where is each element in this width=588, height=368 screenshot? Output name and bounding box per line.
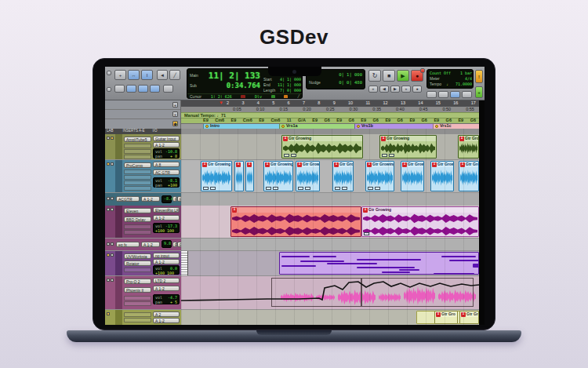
midi-note[interactable] bbox=[281, 265, 316, 267]
trim-tool-button[interactable]: ↔ bbox=[128, 70, 140, 80]
output-selector[interactable]: A 1-2 bbox=[141, 242, 160, 247]
lane-acgtr[interactable]: 1Gtr Growing 1 1 1Gt bbox=[181, 160, 479, 192]
mute-button[interactable] bbox=[111, 208, 114, 211]
midi-note[interactable] bbox=[473, 264, 479, 268]
insert-button[interactable]: Phoenix II bbox=[124, 287, 151, 293]
delay-compensation-label[interactable]: Dly bbox=[255, 95, 262, 99]
audio-clip[interactable]: 1Gtr Growing bbox=[365, 161, 394, 191]
stop-button[interactable]: ■ bbox=[383, 70, 395, 82]
midi-note[interactable] bbox=[441, 256, 476, 257]
insert-slot[interactable] bbox=[124, 180, 151, 185]
insert-slot[interactable] bbox=[124, 318, 151, 322]
timeline-insertion-icon[interactable] bbox=[241, 95, 245, 99]
input-selector[interactable]: A 2 bbox=[153, 312, 180, 317]
audio-clip[interactable]: 1 bbox=[234, 161, 244, 191]
talkback-button[interactable] bbox=[462, 91, 472, 98]
nudge-value[interactable]: 0| 0| 480 bbox=[339, 81, 362, 86]
window-edge-button[interactable] bbox=[107, 71, 111, 75]
loop-playback-button[interactable]: ↻ bbox=[368, 70, 381, 82]
insert-slot[interactable] bbox=[124, 230, 151, 235]
solo-button[interactable] bbox=[111, 162, 114, 166]
insert-slot[interactable] bbox=[124, 149, 151, 154]
add-ruler-button[interactable]: + bbox=[172, 102, 178, 107]
fade-handles[interactable] bbox=[382, 154, 394, 157]
input-selector[interactable]: A 8 bbox=[153, 162, 180, 167]
midi-note[interactable] bbox=[357, 259, 421, 261]
midi-note[interactable] bbox=[281, 256, 310, 257]
selection-end-value[interactable]: 11| 1| 000 bbox=[278, 83, 301, 87]
fade-handles[interactable] bbox=[203, 187, 216, 190]
track-header-bottom[interactable]: A 2 A 1-2 bbox=[105, 310, 181, 325]
solo-button[interactable] bbox=[107, 208, 110, 211]
lane-bottom[interactable]: 1Gtr Gro 1Gtr Growing bbox=[181, 310, 479, 325]
fade-handles[interactable] bbox=[368, 187, 380, 190]
grabber-tool-button[interactable]: ◄ bbox=[157, 70, 168, 80]
play-button[interactable]: ▶ bbox=[397, 70, 409, 82]
sub-counter-value[interactable]: 0:34.764 bbox=[227, 82, 260, 89]
output-selector[interactable]: A 1-2 bbox=[153, 142, 180, 148]
add-tempo-event-button[interactable]: + bbox=[172, 111, 178, 117]
output-selector[interactable]: A 1-2 bbox=[153, 215, 180, 220]
count-off-label[interactable]: Count Off bbox=[430, 71, 451, 75]
track-header-guitar[interactable]: AmpliTube5 Guitar Input A 1-2 vol-10.8 p… bbox=[105, 134, 181, 159]
audio-clip[interactable]: 1Gtr Growing bbox=[459, 161, 479, 191]
record-arm-button[interactable] bbox=[107, 253, 110, 257]
zoom-toggle-button[interactable] bbox=[114, 85, 125, 93]
insert-slot[interactable] bbox=[124, 169, 151, 174]
audio-clip[interactable]: 1 bbox=[245, 161, 254, 191]
record-arm-button[interactable] bbox=[111, 137, 114, 140]
lane-acgtr-print[interactable] bbox=[181, 193, 479, 206]
mute-button[interactable] bbox=[111, 242, 114, 246]
insert-slot[interactable] bbox=[124, 268, 151, 272]
track-header-vox[interactable]: Pro-Q 2 Phoenix II LTD 2 A 1-2 vol-4.7 p… bbox=[105, 276, 181, 309]
midi-note[interactable] bbox=[449, 260, 479, 261]
insert-button[interactable]: Pro-Q 2 bbox=[124, 279, 151, 284]
audio-clip[interactable]: 1Gtr Gro bbox=[434, 311, 458, 324]
audio-clip[interactable]: 1Gtr Growing bbox=[332, 161, 354, 191]
audio-clip[interactable]: 1Gtr Growing bbox=[201, 161, 232, 191]
playhead-marker[interactable]: ▼ bbox=[219, 100, 223, 105]
midi-note[interactable] bbox=[357, 267, 415, 268]
zoom-mode-button[interactable] bbox=[163, 85, 173, 93]
volume-automation-line[interactable] bbox=[181, 276, 479, 309]
midi-note[interactable] bbox=[382, 271, 410, 273]
insert-button[interactable]: Rotator bbox=[124, 261, 151, 266]
zoom-out-button[interactable] bbox=[126, 85, 136, 93]
tempo-ruler[interactable]: Manual Tempo: ♩71 bbox=[181, 112, 479, 118]
insert-button[interactable]: Eleven bbox=[124, 208, 151, 213]
zoom-in-button[interactable] bbox=[138, 85, 148, 93]
insert-button[interactable]: BBD Delay bbox=[124, 217, 151, 222]
midi-note[interactable] bbox=[434, 273, 474, 275]
track-header-eleven[interactable]: Eleven BBD Delay ElevenRig LR A 1-2 vol-… bbox=[105, 206, 181, 238]
return-to-zero-button[interactable]: « bbox=[368, 86, 378, 93]
lane-guitar[interactable]: 1Gtr Growing 1Gtr Growing 1Gtr Growing bbox=[181, 134, 479, 159]
input-selector[interactable]: ElevenRig LR bbox=[153, 207, 180, 213]
midi-note[interactable] bbox=[399, 269, 419, 271]
record-arm-button[interactable] bbox=[107, 162, 110, 166]
track-header-regfx[interactable]: eg fx A 1-2 9.8 P P bbox=[105, 239, 181, 250]
track-name-button[interactable]: eg fx bbox=[116, 242, 140, 247]
navigate-tool-button[interactable]: + bbox=[114, 70, 126, 80]
midi-clip[interactable] bbox=[279, 252, 479, 275]
insert-button[interactable]: ProComp bbox=[124, 162, 151, 168]
selection-start-value[interactable]: 4| 1| 000 bbox=[280, 78, 301, 82]
insert-slot[interactable] bbox=[124, 224, 151, 229]
insert-slot[interactable] bbox=[124, 144, 151, 148]
lane-uvi-midi[interactable] bbox=[181, 251, 479, 275]
fast-forward-button[interactable]: ▶ bbox=[390, 86, 400, 93]
tempo-value[interactable]: 71.0000 bbox=[456, 82, 472, 86]
edit-lanes[interactable]: 1Gtr Growing 1Gtr Growing 1Gtr Growing bbox=[181, 129, 479, 325]
go-to-end-button[interactable]: » bbox=[401, 86, 411, 93]
audio-clip[interactable]: 1Gtr Growing bbox=[459, 311, 479, 324]
audio-clip[interactable]: 1Gtr Growing bbox=[458, 135, 479, 158]
insert-slot[interactable] bbox=[124, 175, 151, 180]
audio-clip[interactable]: 1Gtr Growing bbox=[401, 161, 424, 191]
output-selector[interactable]: A 1-2 bbox=[153, 318, 180, 323]
grid-mode-button[interactable] bbox=[450, 91, 460, 98]
insert-slot[interactable] bbox=[124, 186, 151, 191]
audio-clip[interactable]: 1Gtr Growing bbox=[296, 161, 320, 191]
midi-note[interactable] bbox=[327, 263, 377, 264]
audio-clip-selected[interactable]: 1 bbox=[230, 206, 361, 237]
pencil-status-icon[interactable]: ╱ bbox=[297, 95, 299, 99]
insert-slot[interactable] bbox=[124, 301, 151, 306]
